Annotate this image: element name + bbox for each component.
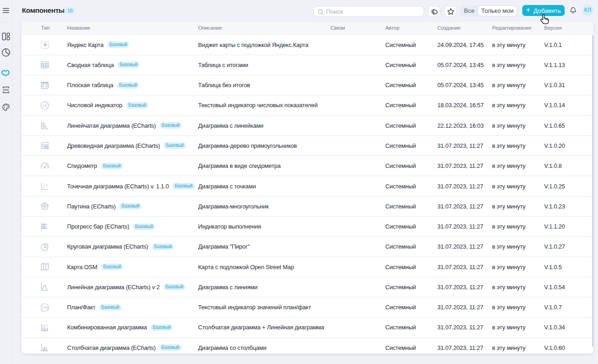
svg-text:16: 16 <box>42 103 47 108</box>
svg-text:75%: 75% <box>42 306 47 309</box>
svg-text:SVG: SVG <box>3 88 9 91</box>
